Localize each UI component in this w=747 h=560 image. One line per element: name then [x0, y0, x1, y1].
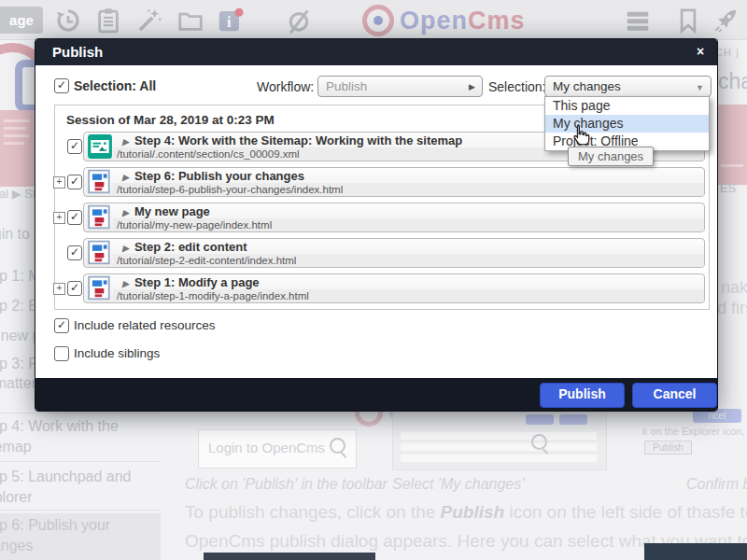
- resource-path: /tutorial/my-new-page/index.html: [113, 218, 704, 231]
- body-paragraph-line1: To publish changes, click on the Publish…: [185, 502, 747, 523]
- resource-path: /tutorial/step-2-edit-content/index.html: [113, 254, 704, 267]
- expand-arrow-icon[interactable]: ▶: [122, 279, 129, 288]
- dropdown-option-this-page[interactable]: This page: [545, 97, 709, 115]
- magnifier-icon: [531, 434, 547, 450]
- sidebar-item-step6-l2: changes: [0, 538, 34, 554]
- page-icon: [87, 275, 113, 301]
- publish-disabled-icon[interactable]: [285, 7, 313, 35]
- page-icon: [87, 169, 113, 195]
- resource-path: /tutorial/step-1-modify-a-page/index.htm…: [113, 289, 704, 302]
- background-figure-confirm: ncel k on the Explorer icon, either on t…: [641, 407, 747, 469]
- mini-cancel-button: [559, 414, 587, 425]
- resource-checkbox[interactable]: ✓: [67, 139, 82, 154]
- clipboard-icon[interactable]: [94, 7, 122, 35]
- background-banner-left: [0, 110, 35, 187]
- hand-cursor-icon: [570, 123, 592, 151]
- resource-path: /tutorial/step-6-publish-your-changes/in…: [113, 183, 704, 196]
- selection-all-label: Selection: All: [74, 78, 156, 93]
- resource-checkbox[interactable]: ✓: [67, 281, 82, 296]
- expand-arrow-icon[interactable]: ▶: [122, 208, 129, 217]
- resource-item[interactable]: ▶Step 6: Publish your changes /tutorial/…: [83, 167, 705, 197]
- history-icon[interactable]: [54, 7, 82, 35]
- workflow-value: Publish: [326, 79, 367, 93]
- cancel-button[interactable]: Cancel: [632, 383, 717, 408]
- opencms-logo-ring-icon: [362, 5, 394, 36]
- figure1-caption: Click on 'Publish' in the toolbar: [185, 476, 388, 493]
- figure3-tooltip-fragment: Publish: [644, 441, 692, 455]
- selection-all-checkbox[interactable]: ✓: [54, 78, 69, 93]
- page-icon: [87, 204, 113, 231]
- page-icon: [87, 240, 113, 266]
- rocket-icon[interactable]: [712, 7, 740, 35]
- bookmark-icon[interactable]: [674, 7, 702, 35]
- selection-value: My changes: [553, 79, 621, 93]
- magic-wand-icon[interactable]: [135, 7, 163, 35]
- resource-item[interactable]: ▶My new page /tutorial/my-new-page/index…: [83, 203, 705, 232]
- dialog-title: Publish: [52, 44, 103, 60]
- sidebar-divider: [0, 461, 161, 462]
- expand-plus-icon[interactable]: +: [53, 176, 65, 189]
- resource-title: My new page: [134, 204, 210, 218]
- page-button[interactable]: age: [0, 7, 43, 34]
- resource-row: ✓ ▶Step 2: edit content /tutorial/step-2…: [55, 238, 709, 268]
- resource-title: Step 4: Work with the Sitemap: Working w…: [134, 133, 462, 147]
- background-figure-dialog: [392, 409, 607, 470]
- resource-checkbox[interactable]: ✓: [67, 175, 82, 189]
- resource-checkbox[interactable]: ✓: [67, 210, 82, 225]
- dialog-header[interactable]: Publish ×: [35, 39, 717, 65]
- resource-checkbox[interactable]: ✓: [67, 245, 82, 260]
- figure3-caption: Confirm by clicking 'Publish': [686, 476, 747, 493]
- resource-row: + ✓ ▶Step 6: Publish your changes /tutor…: [55, 167, 709, 197]
- session-header: Session of Mar 28, 2019 at 0:23 PM: [66, 113, 275, 127]
- sidebar-item-step4-l1: Step 4: Work with the: [0, 418, 119, 435]
- login-placeholder-text: Login to OpenCms: [208, 440, 325, 455]
- info-icon[interactable]: i: [216, 7, 244, 35]
- mini-cancel-button-fragment: ncel: [693, 409, 741, 423]
- selection-select[interactable]: My changes ▼: [544, 76, 712, 97]
- expand-arrow-icon[interactable]: ▶: [122, 137, 129, 147]
- resource-row: + ✓ ▶Step 1: Modify a page /tutorial/ste…: [55, 273, 709, 303]
- expand-plus-icon[interactable]: +: [53, 212, 65, 224]
- sidebar-divider: [0, 413, 161, 413]
- expand-arrow-icon[interactable]: ▶: [122, 244, 129, 253]
- background-footer-block-left: [204, 553, 375, 560]
- arrow-right-icon: ▶: [469, 77, 475, 97]
- resource-item[interactable]: ▶Step 1: Modify a page /tutorial/step-1-…: [83, 273, 705, 303]
- resource-row: + ✓ ▶My new page /tutorial/my-new-page/i…: [55, 203, 709, 232]
- background-topnav-fragment: CH |: [715, 47, 740, 58]
- figure2-caption: Select 'My changes': [392, 476, 524, 493]
- resource-title: Step 6: Publish your changes: [134, 169, 304, 183]
- sidebar-item-step6-l1: Step 6: Publish your: [0, 517, 110, 534]
- workflow-label: Workflow:: [257, 79, 314, 94]
- dialog-footer: Publish Cancel: [35, 378, 717, 411]
- expand-plus-icon[interactable]: +: [53, 283, 65, 295]
- sidebar-divider: [0, 510, 161, 511]
- content-section-icon: [87, 133, 113, 160]
- background-text-fragment-2: d firs: [717, 299, 747, 318]
- include-related-checkbox[interactable]: ✓: [54, 318, 69, 333]
- figure3-text-fragment: k on the Explorer icon, either on the Qu…: [642, 426, 747, 437]
- include-siblings-checkbox[interactable]: [54, 346, 69, 361]
- svg-text:i: i: [227, 14, 232, 31]
- sidebar-item-step5-l2: Explorer: [0, 489, 33, 506]
- magnifier-icon: [330, 438, 345, 454]
- menu-icon[interactable]: [624, 7, 652, 35]
- include-related-label: Include related resources: [74, 318, 216, 332]
- background-footer-block-right: [644, 543, 747, 560]
- publish-dialog: Publish × ✓ Selection: All Workflow: Pub…: [35, 39, 717, 411]
- publish-button[interactable]: Publish: [540, 383, 625, 408]
- sidebar-item-step5-l1: Step 5: Launchpad and: [0, 469, 131, 485]
- close-icon[interactable]: ×: [697, 44, 704, 59]
- selection-label: Selection:: [488, 79, 545, 94]
- background-banner-right: [717, 105, 747, 185]
- background-text-fragment-1: nake: [721, 278, 747, 298]
- background-heading-fragment: cha: [718, 69, 747, 94]
- workflow-select[interactable]: Publish ▶: [317, 76, 483, 97]
- include-siblings-label: Include siblings: [74, 346, 160, 360]
- resource-item[interactable]: ▶Step 2: edit content /tutorial/step-2-e…: [83, 238, 705, 268]
- folder-icon[interactable]: [176, 7, 204, 35]
- top-toolbar: age i OpenCms: [0, 0, 747, 40]
- expand-arrow-icon[interactable]: ▶: [122, 173, 129, 182]
- resource-title: Step 2: edit content: [134, 240, 247, 254]
- sidebar-item-step4-l2: Sitemap: [0, 439, 32, 455]
